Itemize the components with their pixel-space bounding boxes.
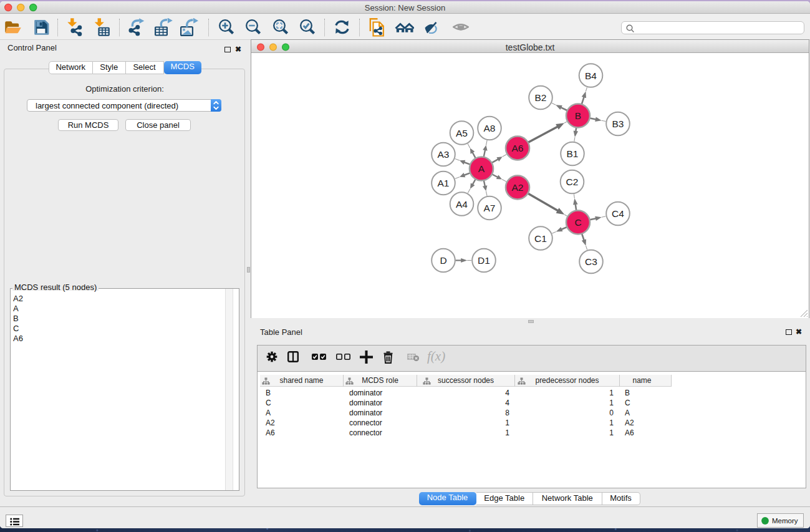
svg-text:C3: C3 bbox=[585, 256, 597, 267]
svg-text:D: D bbox=[440, 255, 446, 266]
svg-text:B4: B4 bbox=[585, 70, 597, 81]
svg-text:A7: A7 bbox=[484, 203, 496, 213]
svg-text:B: B bbox=[575, 110, 581, 121]
svg-text:C4: C4 bbox=[612, 208, 624, 219]
svg-text:B2: B2 bbox=[535, 92, 547, 103]
svg-text:A1: A1 bbox=[438, 178, 450, 188]
svg-text:C2: C2 bbox=[566, 177, 579, 187]
svg-text:A6: A6 bbox=[512, 143, 524, 153]
svg-text:A4: A4 bbox=[456, 199, 468, 210]
svg-text:C: C bbox=[574, 217, 581, 228]
svg-text:A: A bbox=[478, 163, 485, 174]
svg-text:A5: A5 bbox=[456, 128, 468, 138]
svg-text:B3: B3 bbox=[612, 118, 624, 129]
svg-text:C1: C1 bbox=[534, 233, 547, 244]
svg-text:A2: A2 bbox=[512, 182, 524, 193]
svg-text:B1: B1 bbox=[567, 148, 579, 159]
svg-text:A8: A8 bbox=[484, 123, 496, 133]
svg-text:D1: D1 bbox=[478, 255, 490, 266]
svg-text:A3: A3 bbox=[438, 149, 450, 160]
